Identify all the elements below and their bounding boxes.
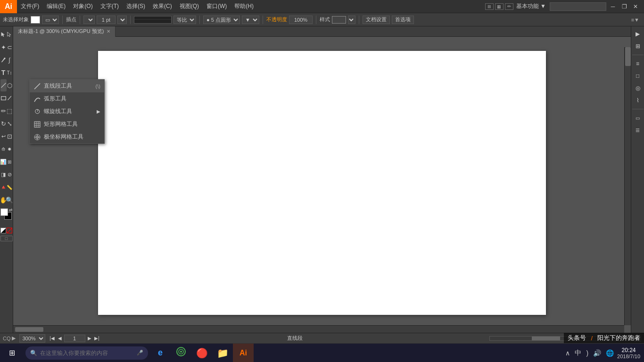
panel-toggle-icon[interactable]: ≡▼ <box>631 17 639 23</box>
style-swatch[interactable] <box>332 16 346 24</box>
eyedropper-tool[interactable]: 🔺 <box>0 181 7 193</box>
page-first-button[interactable]: |◀ <box>49 335 56 342</box>
page-prev-button[interactable]: ◀ <box>57 335 63 342</box>
page-number-input[interactable] <box>64 335 85 342</box>
line-type-dropdown[interactable]: 等比 <box>173 16 196 24</box>
panel-btn-5[interactable]: ◎ <box>632 82 644 94</box>
taskbar-fire-app[interactable]: 🔴 <box>191 344 212 362</box>
document-tab[interactable]: 未标题-1 @ 300% (CMYK/GPU 预览) ✕ <box>13 26 116 37</box>
rectangle-tool[interactable] <box>0 92 7 104</box>
panel-btn-2[interactable]: ⊞ <box>632 41 644 52</box>
page-last-button[interactable]: ▶| <box>94 335 100 342</box>
tray-icon-1[interactable]: ∧ <box>564 349 571 357</box>
scroll-right-button[interactable]: ▶ <box>635 335 641 342</box>
gradient-tool[interactable]: ◨ <box>0 168 7 181</box>
pen-tool[interactable] <box>0 54 7 66</box>
flyout-item-polar-grid[interactable]: 极坐标网格工具 <box>30 131 104 143</box>
taskbar-search-bar[interactable]: 🔍 🎤 <box>25 346 148 360</box>
drawing-mode-normal[interactable]: □ <box>0 236 13 241</box>
scale-tool[interactable]: ⤡ <box>7 117 13 130</box>
vertical-scroll-thumb[interactable] <box>625 47 631 66</box>
panel-btn-1[interactable]: ▶ <box>632 28 644 40</box>
preferences-button[interactable]: 首选项 <box>392 16 414 24</box>
none-mode-button[interactable] <box>7 228 12 233</box>
flyout-item-rect-grid[interactable]: 矩形网格工具 <box>30 118 104 131</box>
horizontal-scrollbar[interactable] <box>13 325 624 333</box>
panel-btn-3[interactable]: ≡ <box>632 58 644 69</box>
free-transform-tool[interactable]: ⊡ <box>7 130 13 142</box>
menu-select[interactable]: 选择(S) <box>123 0 149 13</box>
shape-builder-tool[interactable]: ⬡ <box>7 79 13 91</box>
taskbar-browser-app[interactable] <box>171 344 191 362</box>
panel-btn-7[interactable]: ▭ <box>632 112 644 123</box>
eraser-tool[interactable]: ⬚ <box>7 105 13 117</box>
workspace-label[interactable]: 基本功能 ▼ <box>516 2 546 10</box>
scroll-strip[interactable] <box>489 336 631 341</box>
network-icon[interactable]: 🌐 <box>604 349 615 357</box>
panel-btn-4[interactable]: □ <box>632 70 644 82</box>
line-segment-tool[interactable] <box>0 79 7 91</box>
paintbrush-tool[interactable] <box>7 92 13 104</box>
fill-color-box[interactable] <box>0 208 8 216</box>
vertical-type-tool[interactable]: T↕ <box>7 66 13 79</box>
menu-view[interactable]: 视图(Q) <box>176 0 203 13</box>
fill-swatch[interactable] <box>31 16 40 24</box>
rotate-tool[interactable]: ↻ <box>0 117 7 130</box>
direct-selection-tool[interactable] <box>7 28 13 41</box>
panel-btn-8[interactable]: ☰ <box>632 124 644 136</box>
stroke-type-dropdown[interactable]: ▭ <box>42 16 59 24</box>
title-icon1[interactable]: ⊞ <box>485 3 494 10</box>
start-button[interactable]: ⊞ <box>0 344 24 362</box>
perspective-grid-tool[interactable]: ⟰ <box>0 143 7 155</box>
taskbar-search-input[interactable] <box>40 350 134 356</box>
tab-close-button[interactable]: ✕ <box>107 29 110 34</box>
stroke-width-unit[interactable]: ▼ <box>117 16 127 24</box>
swap-colors-button[interactable]: ⇄ <box>9 207 13 212</box>
menu-object[interactable]: 对象(O) <box>69 0 96 13</box>
document-settings-button[interactable]: 文档设置 <box>363 16 390 24</box>
tray-icon-2[interactable]: ) <box>585 349 590 357</box>
volume-icon[interactable]: 🔊 <box>592 349 603 357</box>
style-dropdown[interactable]: ▼ <box>348 16 355 24</box>
flyout-item-arc[interactable]: 弧形工具 <box>30 92 104 105</box>
menu-help[interactable]: 帮助(H) <box>231 0 257 13</box>
type-tool[interactable]: T <box>0 66 7 79</box>
menu-edit[interactable]: 编辑(E) <box>43 0 69 13</box>
system-clock[interactable]: 20:24 2018/7/10 <box>617 347 640 359</box>
symbol-tool[interactable]: ✸ <box>7 143 13 155</box>
zoom-dropdown[interactable]: 300% <box>19 334 45 343</box>
language-indicator[interactable]: 中 <box>573 349 583 357</box>
taskbar-edge-app[interactable]: e <box>150 344 171 362</box>
measure-tool[interactable]: 📏 <box>7 181 13 193</box>
points-sub-dropdown[interactable]: ▼ <box>242 16 259 24</box>
stroke-style-dropdown[interactable]: — <box>83 16 95 24</box>
flyout-item-spiral[interactable]: 螺旋线工具 ▶ <box>30 105 104 118</box>
restore-button[interactable]: ❐ <box>619 2 629 11</box>
title-search-input[interactable] <box>550 2 606 11</box>
menu-file[interactable]: 文件(F) <box>17 0 43 13</box>
flyout-item-line-segment[interactable]: 直线段工具 (\) <box>30 80 104 92</box>
menu-type[interactable]: 文字(T) <box>97 0 123 13</box>
vertical-scrollbar[interactable] <box>624 47 631 325</box>
menu-effect[interactable]: 效果(C) <box>149 0 176 13</box>
lasso-tool[interactable]: ⊂ <box>7 41 13 53</box>
zoom-tool[interactable]: 🔍 <box>7 194 13 206</box>
mesh-tool[interactable]: ⊞ <box>7 156 13 168</box>
curvature-tool[interactable]: ∫ <box>7 54 13 66</box>
taskbar-files-app[interactable]: 📁 <box>212 344 233 362</box>
panel-btn-6[interactable]: ⌇ <box>632 95 644 106</box>
color-mode-button[interactable] <box>0 228 6 233</box>
column-graph-tool[interactable]: 📊 <box>0 156 7 168</box>
points-dropdown[interactable]: ● 5 点圆形 <box>203 16 240 24</box>
title-icon3[interactable]: ✏ <box>505 3 513 10</box>
warp-tool[interactable]: ↩ <box>0 130 7 142</box>
stroke-width-input[interactable] <box>97 16 116 24</box>
taskbar-illustrator-app[interactable]: Ai <box>233 344 254 362</box>
horizontal-scroll-thumb[interactable] <box>15 327 43 332</box>
minimize-button[interactable]: ─ <box>608 2 618 11</box>
title-icon2[interactable]: ▦ <box>495 3 504 10</box>
pencil-tool[interactable]: ✏ <box>0 105 7 117</box>
close-button[interactable]: ✕ <box>631 2 640 11</box>
slice-tool[interactable]: ⊘ <box>7 168 13 181</box>
selection-tool[interactable] <box>0 28 7 41</box>
